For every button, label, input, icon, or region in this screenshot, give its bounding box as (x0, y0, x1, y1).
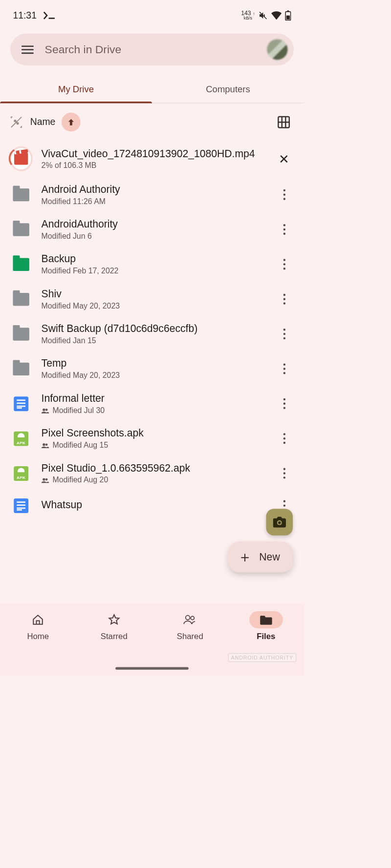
new-label: New (259, 551, 280, 563)
status-bar: 11:31 143 ↑ kB/s (0, 0, 304, 25)
more-icon (280, 325, 289, 343)
svg-point-16 (45, 478, 48, 480)
item-more-button[interactable] (276, 255, 293, 273)
grid-icon (277, 115, 291, 129)
list-item[interactable]: Whatsup (0, 491, 304, 514)
item-more-button[interactable] (276, 290, 293, 308)
apk-icon: APK (14, 466, 28, 481)
battery-icon (285, 10, 291, 21)
svg-rect-3 (287, 10, 289, 12)
svg-point-15 (43, 478, 45, 480)
item-meta: Modified 11:26 AM (42, 197, 267, 206)
svg-point-5 (14, 120, 16, 122)
svg-point-20 (191, 616, 195, 620)
camera-icon (273, 517, 286, 528)
item-more-button[interactable] (276, 221, 293, 238)
status-time: 11:31 (13, 10, 37, 21)
upload-progress-icon (9, 146, 33, 171)
list-item[interactable]: Swift Backup (d7d10c6d9c6eccfb) Modified… (0, 316, 304, 351)
upload-progress-text: 2% of 106.3 MB (42, 161, 267, 170)
new-fab[interactable]: ＋ New (228, 541, 293, 572)
plus-icon: ＋ (238, 547, 252, 567)
mute-icon (259, 11, 268, 20)
home-indicator[interactable] (115, 667, 189, 669)
terminal-icon (43, 12, 56, 20)
cancel-upload-button[interactable]: ✕ (276, 151, 293, 166)
list-item[interactable]: AndroidAuthority Modified Jun 6 (0, 212, 304, 247)
network-rate: 143 ↑ kB/s (241, 11, 255, 20)
account-avatar[interactable] (267, 39, 287, 60)
upload-row[interactable]: VivaCut_video_1724810913902_1080HD.mp4 2… (0, 140, 304, 177)
item-more-button[interactable] (276, 464, 293, 482)
watermark: ANDROID AUTHORITY (228, 653, 297, 662)
svg-point-18 (278, 521, 281, 524)
more-icon (280, 360, 289, 377)
shared-icon (42, 477, 49, 483)
nav-home[interactable]: Home (0, 611, 76, 676)
item-title: Shiv (42, 288, 267, 300)
more-icon (280, 255, 289, 273)
nav-files[interactable]: Files (228, 611, 304, 676)
list-item[interactable]: Shiv Modified May 20, 2023 (0, 282, 304, 316)
list-item[interactable]: APK Pixel Screenshots.apk Modified Aug 1… (0, 421, 304, 455)
sort-direction-button[interactable] (62, 113, 81, 132)
more-icon (280, 221, 289, 238)
svg-point-13 (43, 443, 45, 446)
more-icon (280, 395, 289, 413)
nav-shared[interactable]: Shared (152, 611, 228, 676)
file-list: VivaCut_video_1724810913902_1080HD.mp4 2… (0, 140, 304, 514)
menu-icon[interactable] (18, 42, 37, 57)
folder-icon (13, 293, 29, 306)
item-title: Backup (42, 253, 267, 265)
list-item[interactable]: Backup Modified Feb 17, 2022 (0, 247, 304, 282)
tab-my-drive[interactable]: My Drive (0, 75, 152, 103)
bottom-nav: Home Starred Shared Files (0, 603, 304, 676)
list-item[interactable]: Temp Modified May 20, 2023 (0, 351, 304, 386)
svg-point-6 (16, 122, 19, 124)
shared-icon (42, 442, 49, 448)
item-more-button[interactable] (276, 395, 293, 413)
item-meta: Modified Aug 15 (42, 441, 267, 450)
scan-fab[interactable] (266, 509, 293, 536)
item-meta: Modified May 20, 2023 (42, 371, 267, 380)
home-icon (32, 614, 44, 626)
item-more-button[interactable] (276, 360, 293, 377)
grid-view-button[interactable] (277, 115, 291, 129)
gdoc-icon (14, 498, 28, 513)
item-title: Temp (42, 357, 267, 370)
folder-icon (13, 188, 29, 201)
folder-icon (13, 223, 29, 236)
arrow-up-icon (66, 118, 75, 127)
list-item[interactable]: Informal letter Modified Jul 30 (0, 386, 304, 421)
item-more-button[interactable] (276, 325, 293, 343)
item-meta: Modified Feb 17, 2022 (42, 267, 267, 276)
shared-icon (42, 408, 49, 413)
svg-point-11 (43, 408, 45, 411)
item-title: Informal letter (42, 392, 267, 404)
item-meta: Modified May 20, 2023 (42, 302, 267, 311)
item-title: Swift Backup (d7d10c6d9c6eccfb) (42, 323, 267, 335)
item-meta: Modified Aug 20 (42, 475, 267, 485)
svg-point-14 (45, 443, 48, 446)
search-input[interactable]: Search in Drive (45, 43, 260, 56)
item-meta: Modified Jan 15 (42, 336, 267, 346)
sort-label[interactable]: Name (30, 117, 56, 128)
list-item[interactable]: Android Authority Modified 11:26 AM (0, 177, 304, 212)
item-more-button[interactable] (276, 186, 293, 204)
apk-icon: APK (14, 431, 28, 446)
scope-icon[interactable] (9, 114, 24, 130)
gdoc-icon (14, 396, 28, 411)
list-item[interactable]: APK Pixel Studio_1.0.663595962.apk Modif… (0, 456, 304, 491)
tab-computers[interactable]: Computers (152, 75, 304, 103)
folder-icon (260, 615, 272, 625)
folder-icon (13, 258, 29, 270)
search-bar[interactable]: Search in Drive (10, 34, 294, 65)
folder-icon (13, 362, 29, 375)
item-meta: Modified Jun 6 (42, 232, 267, 241)
item-title: Pixel Screenshots.apk (42, 427, 267, 439)
more-icon (280, 186, 289, 204)
nav-starred[interactable]: Starred (76, 611, 152, 676)
item-more-button[interactable] (276, 430, 293, 447)
close-icon: ✕ (279, 151, 289, 166)
svg-point-12 (45, 409, 48, 411)
